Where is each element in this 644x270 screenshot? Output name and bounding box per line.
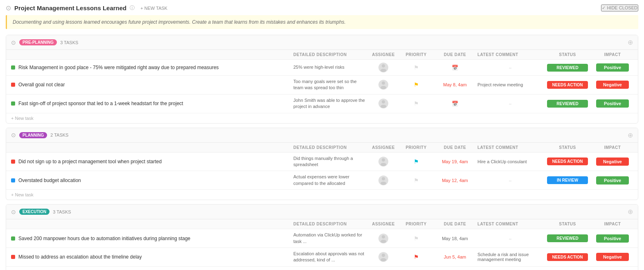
task-assignee[interactable]: [367, 63, 400, 72]
new-task-button[interactable]: + NEW TASK: [138, 5, 170, 11]
task-impact: Positive: [592, 234, 633, 243]
task-name: Did not sign up to a project management …: [11, 159, 293, 164]
task-priority[interactable]: ⚑: [400, 81, 432, 88]
due-date-value: May 19, 4am: [442, 159, 468, 164]
task-description: Automation via ClickUp worked for task .…: [293, 232, 367, 245]
svg-point-5: [381, 105, 386, 108]
chevron-icon[interactable]: ⊙: [11, 39, 16, 46]
col-impact: IMPACT: [592, 145, 633, 150]
status-badge: REVIEWED: [547, 64, 588, 72]
table-row[interactable]: Missed to address an escalation about th…: [6, 248, 638, 267]
section-badge-planning: PLANNING: [19, 132, 47, 138]
chevron-icon[interactable]: ⊙: [11, 132, 16, 138]
task-priority[interactable]: ⚑: [400, 235, 432, 242]
priority-flag[interactable]: ⚑: [414, 81, 419, 88]
avatar[interactable]: [378, 252, 388, 262]
new-task-row[interactable]: + New task: [6, 190, 638, 200]
task-priority[interactable]: ⚑: [400, 100, 432, 107]
svg-point-8: [382, 177, 385, 180]
svg-point-11: [381, 240, 386, 243]
task-priority[interactable]: ⚑: [400, 254, 432, 260]
task-description: Too many goals were set so the team was …: [293, 79, 367, 91]
priority-flag[interactable]: ⚑: [414, 100, 419, 107]
col-assignee: ASSIGNEE: [367, 52, 400, 57]
table-row[interactable]: No one was specializing in API integrati…: [6, 267, 638, 270]
task-priority[interactable]: ⚑: [400, 177, 432, 184]
collapse-icon[interactable]: ⊙: [6, 4, 11, 12]
priority-flag[interactable]: ⚑: [414, 64, 419, 71]
table-row[interactable]: Overall goal not clear Too many goals we…: [6, 76, 638, 94]
task-dot: [11, 101, 15, 106]
svg-point-12: [382, 254, 385, 257]
task-priority[interactable]: ⚑: [400, 158, 432, 165]
priority-flag[interactable]: ⚑: [414, 254, 419, 260]
priority-flag[interactable]: ⚑: [414, 158, 419, 165]
table-row[interactable]: Overstated budget allocation Actual expe…: [6, 171, 638, 190]
task-due-date: 📅: [432, 65, 477, 71]
col-latest-comment: LATEST COMMENT: [477, 145, 543, 150]
table-row[interactable]: Risk Management in good place - 75% were…: [6, 60, 638, 76]
task-name: Saved 200 manpower hours due to automati…: [11, 236, 293, 241]
section-pre-planning: ⊙ PRE-PLANNING 3 TASKS ⊕ DETAILED DESCRI…: [6, 35, 638, 124]
task-name: Risk Management in good place - 75% were…: [11, 65, 293, 70]
task-due-date: May 8, 4am: [432, 82, 477, 88]
task-name: Overstated budget allocation: [11, 178, 293, 183]
calendar-icon: 📅: [452, 101, 458, 107]
task-dot: [11, 65, 15, 70]
task-assignee[interactable]: [367, 80, 400, 90]
table-row[interactable]: Did not sign up to a project management …: [6, 153, 638, 171]
task-status: NEEDS ACTION: [543, 253, 592, 261]
section-add-button-pre-planning[interactable]: ⊕: [628, 38, 633, 46]
svg-point-4: [382, 100, 385, 104]
section-tasks-count-pre-planning: 3 TASKS: [60, 40, 78, 45]
task-status: IN REVIEW: [543, 176, 592, 184]
priority-flag[interactable]: ⚑: [414, 177, 419, 184]
avatar[interactable]: [378, 234, 388, 243]
page-header: ⊙ Project Management Lessons Learned ⓘ +…: [6, 4, 638, 12]
task-due-date: May 19, 4am: [432, 159, 477, 164]
task-due-date: Jun 5, 4am: [432, 254, 477, 260]
task-dot: [11, 255, 15, 259]
col-task-name: [11, 145, 293, 150]
section-add-button-planning[interactable]: ⊕: [628, 131, 633, 139]
avatar[interactable]: [378, 80, 388, 90]
task-due-date: May 12, 4am: [432, 178, 477, 183]
col-due-date: DUE DATE: [432, 52, 477, 57]
priority-flag[interactable]: ⚑: [414, 235, 419, 242]
avatar[interactable]: [378, 63, 388, 72]
task-assignee[interactable]: [367, 99, 400, 108]
col-task-name: [11, 52, 293, 57]
task-assignee[interactable]: [367, 176, 400, 185]
avatar[interactable]: [378, 99, 388, 108]
section-add-button-execution[interactable]: ⊕: [628, 208, 633, 216]
due-date-value: May 8, 4am: [443, 82, 466, 87]
task-priority[interactable]: ⚑: [400, 64, 432, 71]
task-assignee[interactable]: [367, 157, 400, 166]
table-row[interactable]: Fast sign-off of project sponsor that le…: [6, 94, 638, 113]
col-priority: PRIORITY: [400, 52, 432, 57]
table-row[interactable]: Saved 200 manpower hours due to automati…: [6, 229, 638, 248]
col-headers-execution: DETAILED DESCRIPTION ASSIGNEE PRIORITY D…: [6, 219, 638, 229]
task-assignee[interactable]: [367, 234, 400, 243]
avatar[interactable]: [378, 176, 388, 185]
hide-closed-button[interactable]: ✓ HIDE CLOSED: [601, 4, 638, 11]
task-impact: Positive: [592, 176, 633, 184]
col-latest-comment: LATEST COMMENT: [477, 52, 543, 57]
info-icon[interactable]: ⓘ: [130, 4, 135, 11]
impact-badge: Positive: [596, 176, 629, 184]
avatar[interactable]: [378, 157, 388, 166]
task-status: NEEDS ACTION: [543, 81, 592, 89]
task-assignee[interactable]: [367, 252, 400, 262]
task-status: REVIEWED: [543, 100, 592, 108]
impact-badge: Negative: [596, 81, 629, 89]
status-badge: NEEDS ACTION: [547, 253, 588, 261]
task-description: Escalation about approvals was not addre…: [293, 251, 367, 263]
new-task-row[interactable]: + New task: [6, 113, 638, 123]
task-description: 25% were high-level risks: [293, 64, 367, 70]
task-impact: Negative: [592, 81, 633, 89]
chevron-icon[interactable]: ⊙: [11, 209, 16, 215]
task-description: Actual expenses were lower compared to t…: [293, 174, 367, 187]
task-name: Missed to address an escalation about th…: [11, 254, 293, 260]
due-date-value: May 12, 4am: [442, 178, 468, 183]
task-comment: Project review meeting: [477, 82, 543, 87]
